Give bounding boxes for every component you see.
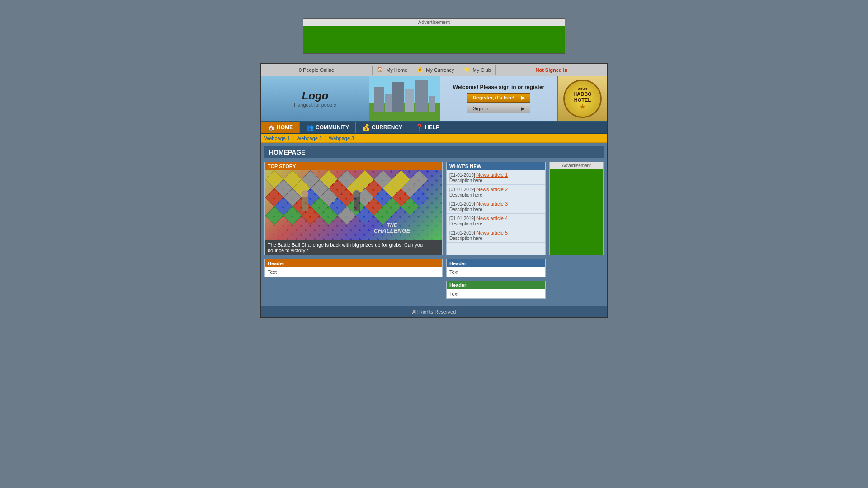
svg-text:CHALLENGE: CHALLENGE <box>374 227 410 234</box>
breadcrumb-page1[interactable]: Webpage 1 <box>264 136 290 141</box>
news-link-4[interactable]: News article 4 <box>476 216 508 221</box>
welcome-panel: Welcome! Please sign in or register Regi… <box>440 76 557 121</box>
welcome-text: Welcome! Please sign in or register <box>453 84 545 90</box>
svg-marker-15 <box>383 179 401 197</box>
my-club-label: My Club <box>473 67 491 73</box>
page-content: HOMEPAGE TOP STORY <box>261 143 607 306</box>
svg-marker-28 <box>311 197 329 216</box>
register-arrow-icon: ▶ <box>521 95 524 101</box>
main-nav: 🏠 HOME 👥 COMMUNITY 💰 CURRENCY ❓ HELP <box>261 122 607 134</box>
news-desc-5: Description here <box>449 236 542 241</box>
svg-marker-4 <box>338 170 356 188</box>
building-5 <box>415 80 428 112</box>
svg-text:THE: THE <box>387 222 397 228</box>
news-date-3: [01-01-2019] <box>449 202 475 206</box>
building-1 <box>374 87 384 112</box>
news-desc-2: Description here <box>449 192 542 197</box>
breadcrumb-page3[interactable]: Webpage 3 <box>329 136 354 141</box>
top-ad-label: Advertisement <box>303 19 565 26</box>
bottom-left: Header Text <box>264 259 443 302</box>
svg-marker-33 <box>401 197 419 216</box>
bottom-right-text1: Text <box>447 267 545 277</box>
svg-marker-38 <box>338 206 356 225</box>
bottom-right: Header Text Header Text <box>446 259 546 302</box>
my-home-link[interactable]: 🏠 My Home <box>373 65 412 75</box>
bottom-left-header: Header <box>265 259 442 267</box>
svg-marker-9 <box>274 179 292 197</box>
svg-marker-20 <box>320 188 338 206</box>
svg-point-44 <box>353 190 360 197</box>
svg-marker-24 <box>392 188 410 206</box>
news-desc-3: Description here <box>449 207 542 212</box>
svg-marker-27 <box>292 197 311 216</box>
help-tab-icon: ❓ <box>415 124 423 131</box>
svg-marker-35 <box>283 206 302 225</box>
my-currency-link[interactable]: 💰 My Currency <box>412 65 459 75</box>
svg-marker-11 <box>311 179 329 197</box>
side-ad-content <box>549 169 604 255</box>
register-button[interactable]: Register, it's free! ▶ <box>467 93 530 103</box>
news-date-4: [01-01-2019] <box>449 216 475 221</box>
nav-tab-community[interactable]: 👥 COMMUNITY <box>300 122 356 133</box>
svg-marker-36 <box>302 206 320 225</box>
nav-tab-help[interactable]: ❓ HELP <box>409 122 446 133</box>
news-item-3: [01-01-2019] News article 3 Description … <box>447 199 545 214</box>
footer-text: All Rights Reserved <box>412 309 456 314</box>
news-link-2[interactable]: News article 2 <box>476 187 508 192</box>
news-item-5: [01-01-2019] News article 5 Description … <box>447 228 545 243</box>
news-link-5[interactable]: News article 5 <box>476 230 508 235</box>
not-signed-in-status: Not Signed In <box>496 66 607 75</box>
news-date-2: [01-01-2019] <box>449 187 475 192</box>
news-date-1: [01-01-2019] <box>449 173 475 178</box>
story-image: THE CHALLENGE <box>265 170 442 240</box>
nav-tab-home[interactable]: 🏠 HOME <box>261 122 300 133</box>
logo-title: Logo <box>302 89 329 102</box>
svg-rect-43 <box>354 195 360 211</box>
news-link-1[interactable]: News article 1 <box>476 172 508 178</box>
page-title: HOMEPAGE <box>264 146 604 158</box>
sign-in-button[interactable]: Sign In ▶ <box>467 104 530 113</box>
header-area: Logo Hangout for people Welcome! Please … <box>261 76 607 122</box>
my-club-link[interactable]: ⭐ My Club <box>459 65 496 75</box>
home-tab-label: HOME <box>277 124 293 131</box>
currency-tab-icon: 💰 <box>362 124 369 131</box>
badge-hotel-name: HABBO HOTEL <box>565 91 600 103</box>
register-button-label: Register, it's free! <box>473 95 514 100</box>
bottom-right-text2: Text <box>447 289 545 298</box>
nav-links: 🏠 My Home 💰 My Currency ⭐ My Club <box>373 65 496 75</box>
help-tab-label: HELP <box>425 124 439 131</box>
svg-marker-5 <box>356 170 374 188</box>
main-content-row: TOP STORY <box>264 162 604 255</box>
svg-marker-26 <box>274 197 292 216</box>
top-story-header: TOP STORY <box>265 162 442 170</box>
svg-marker-40 <box>374 206 392 225</box>
top-ad-banner: Advertisement <box>303 18 565 54</box>
side-ad-label: Advertisement <box>549 162 604 169</box>
svg-rect-41 <box>302 195 308 211</box>
svg-marker-25 <box>410 188 428 206</box>
badge-enter-text: enter <box>577 86 587 91</box>
people-online: 0 People Online <box>261 66 373 75</box>
svg-marker-10 <box>292 179 311 197</box>
svg-marker-21 <box>338 188 356 206</box>
svg-point-42 <box>301 190 308 197</box>
bottom-right-header2: Header <box>447 281 545 289</box>
home-tab-icon: 🏠 <box>267 124 274 131</box>
news-link-3[interactable]: News article 3 <box>476 201 508 206</box>
currency-nav-icon: 💰 <box>417 66 424 74</box>
svg-marker-3 <box>320 170 338 188</box>
svg-marker-17 <box>265 188 283 206</box>
breadcrumb-bar: Webpage 1 | Webpage 2 | Webpage 3 <box>261 134 607 143</box>
story-svg: THE CHALLENGE <box>265 170 442 240</box>
svg-marker-18 <box>283 188 302 206</box>
bottom-spacer <box>549 259 604 302</box>
svg-marker-12 <box>329 179 347 197</box>
enter-hotel-badge[interactable]: enter HABBO HOTEL ★ <box>557 76 607 121</box>
news-item-2: [01-01-2019] News article 2 Description … <box>447 185 545 199</box>
city-buildings <box>369 80 440 112</box>
breadcrumb-page2[interactable]: Webpage 2 <box>297 136 322 141</box>
svg-marker-7 <box>392 170 410 188</box>
news-date-5: [01-01-2019] <box>449 230 475 235</box>
news-desc-4: Description here <box>449 221 542 226</box>
nav-tab-currency[interactable]: 💰 CURRENCY <box>356 122 409 133</box>
